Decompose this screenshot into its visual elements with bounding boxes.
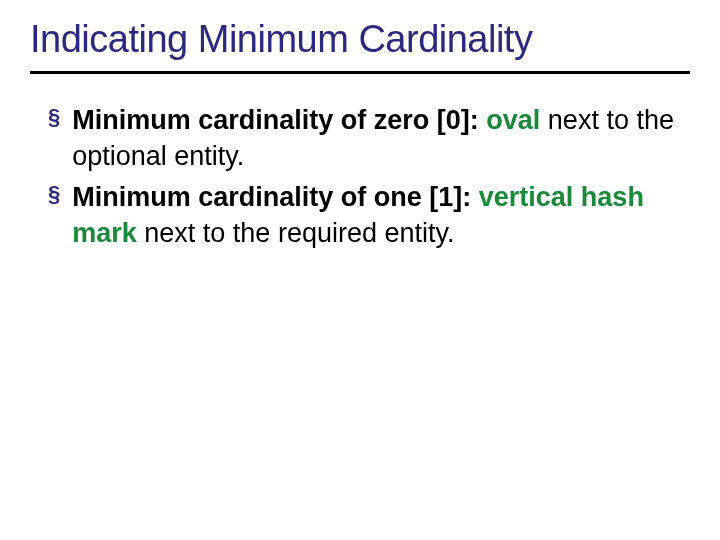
text: next to the required entity. bbox=[137, 218, 455, 248]
slide-title: Indicating Minimum Cardinality bbox=[30, 18, 690, 61]
text-highlight: oval bbox=[486, 105, 540, 135]
list-item: § Minimum cardinality of zero [0]: oval … bbox=[48, 102, 680, 175]
bullet-icon: § bbox=[48, 179, 60, 209]
list-item: § Minimum cardinality of one [1]: vertic… bbox=[48, 179, 680, 252]
slide-content: § Minimum cardinality of zero [0]: oval … bbox=[30, 102, 690, 252]
text-bold: Minimum cardinality of one [1]: bbox=[72, 182, 471, 212]
bullet-text: Minimum cardinality of zero [0]: oval ne… bbox=[72, 102, 680, 175]
text bbox=[471, 182, 479, 212]
title-underline bbox=[30, 71, 690, 74]
bullet-text: Minimum cardinality of one [1]: vertical… bbox=[72, 179, 680, 252]
text-bold: Minimum cardinality of zero [0]: bbox=[72, 105, 479, 135]
bullet-icon: § bbox=[48, 102, 60, 132]
